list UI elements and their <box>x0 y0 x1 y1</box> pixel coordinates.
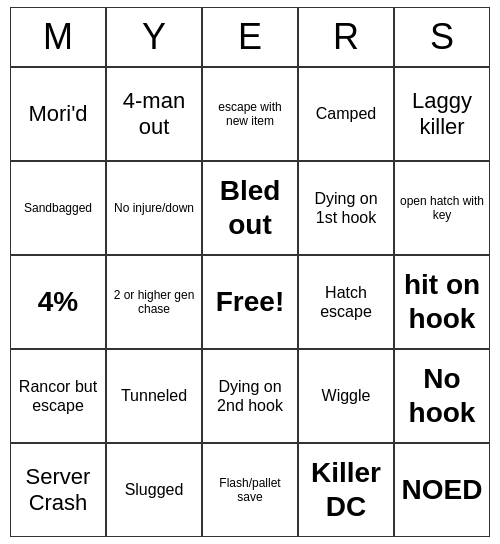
bingo-row-2: 4%2 or higher gen chaseFree!Hatch escape… <box>10 255 490 349</box>
bingo-cell-4-3[interactable]: Killer DC <box>298 443 394 537</box>
bingo-row-0: Mori'd4-man outescape with new itemCampe… <box>10 67 490 161</box>
bingo-cell-2-1[interactable]: 2 or higher gen chase <box>106 255 202 349</box>
bingo-row-1: SandbaggedNo injure/downBled outDying on… <box>10 161 490 255</box>
bingo-cell-1-4[interactable]: open hatch with key <box>394 161 490 255</box>
bingo-cell-2-4[interactable]: hit on hook <box>394 255 490 349</box>
bingo-cell-1-3[interactable]: Dying on 1st hook <box>298 161 394 255</box>
bingo-cell-0-4[interactable]: Laggy killer <box>394 67 490 161</box>
title-letter-e: E <box>202 7 298 67</box>
bingo-cell-4-0[interactable]: Server Crash <box>10 443 106 537</box>
bingo-cell-3-3[interactable]: Wiggle <box>298 349 394 443</box>
bingo-cell-0-0[interactable]: Mori'd <box>10 67 106 161</box>
title-letter-y: Y <box>106 7 202 67</box>
bingo-cell-4-1[interactable]: Slugged <box>106 443 202 537</box>
bingo-cell-2-2[interactable]: Free! <box>202 255 298 349</box>
bingo-cell-2-0[interactable]: 4% <box>10 255 106 349</box>
bingo-row-4: Server CrashSluggedFlash/pallet saveKill… <box>10 443 490 537</box>
bingo-cell-3-4[interactable]: No hook <box>394 349 490 443</box>
title-letter-m: M <box>10 7 106 67</box>
bingo-cell-3-1[interactable]: Tunneled <box>106 349 202 443</box>
title-row: MYERS <box>10 7 490 67</box>
bingo-cell-1-0[interactable]: Sandbagged <box>10 161 106 255</box>
bingo-cell-3-2[interactable]: Dying on 2nd hook <box>202 349 298 443</box>
title-letter-r: R <box>298 7 394 67</box>
bingo-cell-0-2[interactable]: escape with new item <box>202 67 298 161</box>
bingo-row-3: Rancor but escapeTunneledDying on 2nd ho… <box>10 349 490 443</box>
bingo-cell-4-4[interactable]: NOED <box>394 443 490 537</box>
bingo-cell-4-2[interactable]: Flash/pallet save <box>202 443 298 537</box>
bingo-cell-0-1[interactable]: 4-man out <box>106 67 202 161</box>
bingo-cell-1-2[interactable]: Bled out <box>202 161 298 255</box>
title-letter-s: S <box>394 7 490 67</box>
bingo-cell-1-1[interactable]: No injure/down <box>106 161 202 255</box>
bingo-cell-0-3[interactable]: Camped <box>298 67 394 161</box>
bingo-card: MYERS Mori'd4-man outescape with new ite… <box>10 7 490 537</box>
bingo-cell-2-3[interactable]: Hatch escape <box>298 255 394 349</box>
bingo-cell-3-0[interactable]: Rancor but escape <box>10 349 106 443</box>
bingo-grid: Mori'd4-man outescape with new itemCampe… <box>10 67 490 537</box>
